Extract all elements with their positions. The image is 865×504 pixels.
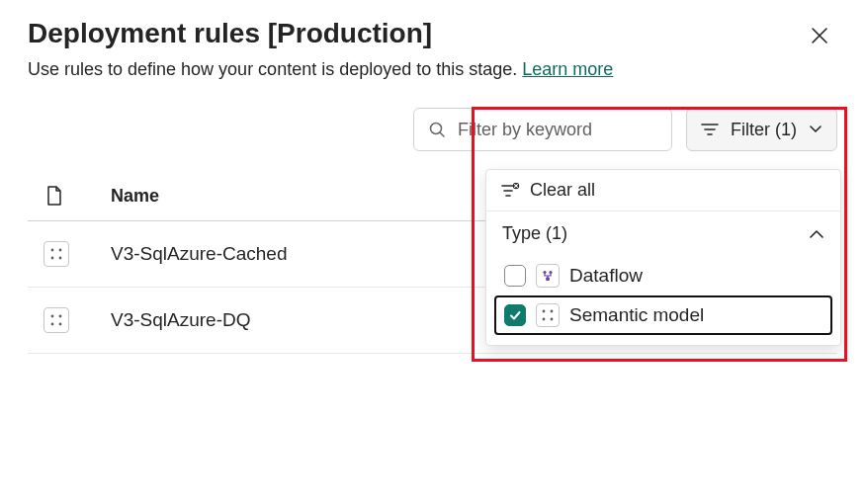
chevron-down-icon xyxy=(809,125,822,134)
svg-point-18 xyxy=(549,271,552,274)
checkbox-checked[interactable] xyxy=(504,304,526,326)
document-icon xyxy=(45,185,97,207)
svg-point-23 xyxy=(551,318,554,321)
filter-button-label: Filter (1) xyxy=(731,120,797,140)
svg-point-20 xyxy=(543,310,546,313)
checkbox-unchecked[interactable] xyxy=(504,265,526,287)
filter-dropdown: Clear all Type (1) Dataflow xyxy=(485,169,841,346)
filter-option-dataflow[interactable]: Dataflow xyxy=(494,256,832,295)
clear-filter-icon xyxy=(500,183,520,199)
svg-point-7 xyxy=(51,257,54,260)
page-subtitle: Use rules to define how your content is … xyxy=(28,59,837,80)
svg-point-5 xyxy=(51,249,54,252)
page-title: Deployment rules [Production] xyxy=(28,18,432,49)
clear-all-label: Clear all xyxy=(530,180,595,201)
clear-all-button[interactable]: Clear all xyxy=(486,170,840,211)
subtitle-text: Use rules to define how your content is … xyxy=(28,59,517,79)
search-input[interactable] xyxy=(456,119,657,141)
svg-point-8 xyxy=(59,257,62,260)
filter-option-label: Dataflow xyxy=(569,265,643,287)
svg-point-10 xyxy=(59,315,62,318)
chevron-up-icon xyxy=(809,229,824,239)
svg-point-6 xyxy=(59,249,62,252)
search-icon xyxy=(428,121,446,138)
filter-button[interactable]: Filter (1) xyxy=(686,108,837,151)
filter-section-type[interactable]: Type (1) xyxy=(486,211,840,252)
svg-point-17 xyxy=(543,271,546,274)
svg-point-21 xyxy=(551,310,554,313)
filter-section-label: Type (1) xyxy=(502,223,567,244)
filter-icon xyxy=(701,123,719,136)
close-icon xyxy=(811,27,828,44)
close-button[interactable] xyxy=(802,18,837,53)
svg-point-9 xyxy=(51,315,54,318)
learn-more-link[interactable]: Learn more xyxy=(522,59,613,79)
semantic-model-icon xyxy=(536,303,560,327)
dataflow-icon xyxy=(536,264,560,288)
svg-line-1 xyxy=(440,132,444,136)
svg-point-11 xyxy=(51,323,54,326)
svg-rect-19 xyxy=(546,278,550,282)
toolbar: Filter (1) xyxy=(28,108,837,151)
search-box[interactable] xyxy=(413,108,672,151)
svg-point-22 xyxy=(543,318,546,321)
filter-option-label: Semantic model xyxy=(569,304,704,326)
semantic-model-icon xyxy=(43,241,69,267)
svg-point-12 xyxy=(59,323,62,326)
filter-option-semantic-model[interactable]: Semantic model xyxy=(494,295,832,335)
semantic-model-icon xyxy=(43,307,69,333)
